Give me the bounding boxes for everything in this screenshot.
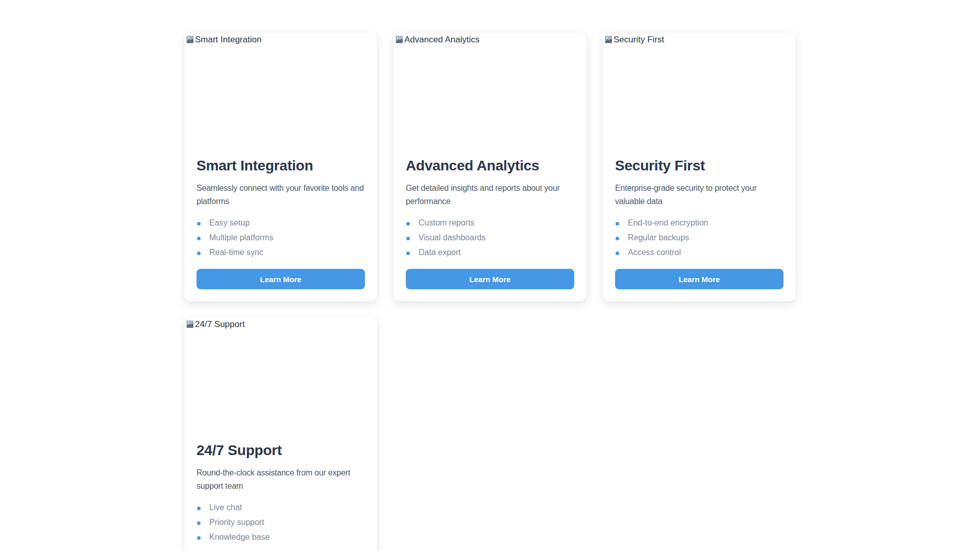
feature-label: Regular backups [628,233,689,242]
image-alt-text: 24/7 Support [195,318,244,330]
card-image-placeholder: Security First [603,33,796,145]
feature-label: Custom reports [419,218,474,228]
bullet-dot-icon [197,521,201,525]
feature-list: Easy setup Multiple platforms Real-time … [197,215,365,260]
card-body: Smart Integration Seamlessly connect wit… [184,145,377,302]
feature-item: Live chat [197,500,365,515]
card-body: Advanced Analytics Get detailed insights… [394,145,586,302]
feature-label: Knowledge base [209,533,270,542]
feature-item: Access control [615,245,783,260]
feature-cards-grid: Smart Integration Smart Integration Seam… [184,33,796,551]
card-body: Security First Enterprise-grade security… [603,145,796,302]
feature-label: Easy setup [209,218,250,228]
broken-image-icon [186,35,194,44]
feature-item: Priority support [197,515,365,530]
image-alt-text: Advanced Analytics [404,34,479,45]
feature-label: Visual dashboards [419,233,485,242]
card-description: Enterprise-grade security to protect you… [615,182,783,208]
image-alt-text: Security First [614,34,664,45]
card-body: 24/7 Support Round-the-clock assistance … [184,430,377,551]
bullet-dot-icon [197,222,201,226]
feature-item: End-to-end encryption [615,215,783,230]
feature-item: Knowledge base [197,530,365,544]
feature-list: Live chat Priority support Knowledge bas… [197,500,365,544]
feature-label: Multiple platforms [209,233,273,242]
bullet-dot-icon [406,252,410,255]
card-description: Seamlessly connect with your favorite to… [197,182,365,208]
image-alt-text: Smart Integration [195,34,261,45]
bullet-dot-icon [406,222,410,226]
card-description: Get detailed insights and reports about … [406,182,574,208]
card-title: Security First [615,157,783,174]
feature-card-security-first: Security First Security First Enterprise… [603,33,796,302]
feature-item: Custom reports [406,215,574,230]
card-image-placeholder: Advanced Analytics [394,33,586,145]
bullet-dot-icon [197,237,201,240]
feature-list: Custom reports Visual dashboards Data ex… [406,215,574,260]
feature-label: Real-time sync [209,248,263,257]
learn-more-button[interactable]: Learn More [197,269,365,289]
feature-label: Data export [419,248,461,257]
card-title: 24/7 Support [197,442,365,459]
bullet-dot-icon [616,252,619,255]
bullet-dot-icon [197,252,201,255]
card-title: Smart Integration [197,157,365,174]
bullet-dot-icon [616,222,619,226]
learn-more-button[interactable]: Learn More [406,269,574,289]
bullet-dot-icon [197,507,201,510]
card-title: Advanced Analytics [406,157,574,174]
feature-item: Real-time sync [197,245,365,260]
feature-label: Live chat [209,503,242,512]
bullet-dot-icon [616,237,619,240]
feature-list: End-to-end encryption Regular backups Ac… [615,215,783,260]
broken-image-icon [186,319,194,329]
card-description: Round-the-clock assistance from our expe… [197,466,365,493]
feature-card-smart-integration: Smart Integration Smart Integration Seam… [184,33,377,302]
feature-label: End-to-end encryption [628,218,708,228]
broken-image-icon [604,35,613,44]
feature-item: Multiple platforms [197,230,365,245]
feature-item: Easy setup [197,215,365,230]
card-image-placeholder: Smart Integration [184,33,377,145]
feature-item: Regular backups [615,230,783,245]
feature-card-247-support: 24/7 Support 24/7 Support Round-the-cloc… [184,317,377,551]
broken-image-icon [395,35,404,44]
learn-more-button[interactable]: Learn More [615,269,783,289]
bullet-dot-icon [197,536,201,540]
feature-card-advanced-analytics: Advanced Analytics Advanced Analytics Ge… [394,33,586,302]
bullet-dot-icon [406,237,410,240]
feature-label: Priority support [209,518,264,527]
feature-label: Access control [628,248,681,257]
feature-item: Visual dashboards [406,230,574,245]
feature-item: Data export [406,245,574,260]
card-image-placeholder: 24/7 Support [184,317,377,430]
